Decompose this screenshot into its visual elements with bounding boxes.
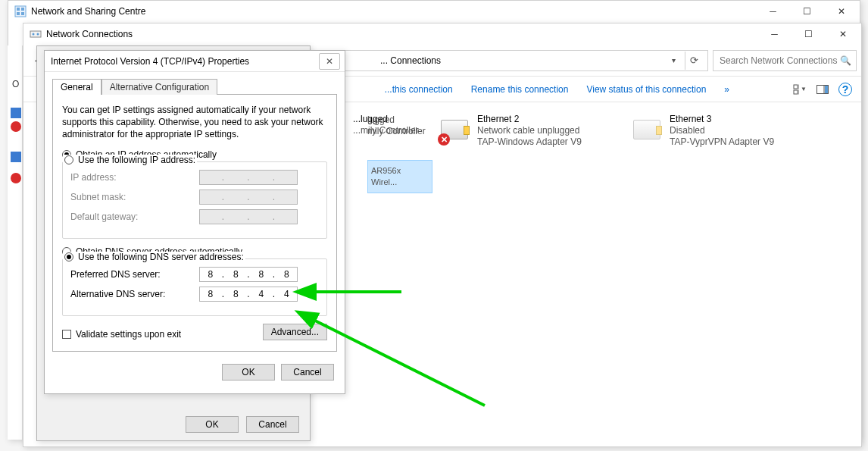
tab-panel-general: You can get IP settings assigned automat… [52, 94, 337, 352]
advanced-button[interactable]: Advanced... [263, 324, 327, 340]
maximize-button[interactable]: ☐ [792, 24, 826, 44]
connection-item-wifi-selected[interactable]: AR956x Wirel... [367, 160, 432, 193]
radio-icon [64, 155, 73, 164]
rename-connection-link[interactable]: Rename this connection [464, 77, 576, 102]
svg-point-7 [37, 33, 39, 36]
label-ip-address: IP address: [70, 172, 199, 183]
close-button[interactable]: ✕ [826, 24, 860, 44]
connection-item-ethernet3[interactable]: Ethernet 3 Disabled TAP-VyprVPN Adapter … [629, 110, 819, 152]
svg-rect-2 [21, 8, 24, 11]
connection-name: Ethernet 2 [477, 114, 582, 125]
input-alternative-dns[interactable]: 8. 8. 4. 4 [199, 287, 298, 302]
tab-strip: General Alternative Configuration [45, 72, 345, 94]
cancel-button[interactable]: Cancel [246, 416, 299, 433]
nic-icon [633, 114, 663, 144]
svg-rect-13 [794, 90, 798, 94]
preview-pane-icon [816, 85, 829, 94]
dialog-title: Internet Protocol Version 4 (TCP/IPv4) P… [51, 56, 249, 67]
svg-rect-1 [17, 8, 20, 11]
titlebar[interactable]: Internet Protocol Version 4 (TCP/IPv4) P… [45, 51, 345, 72]
search-icon[interactable]: 🔍 [840, 55, 851, 66]
svg-point-6 [33, 33, 35, 36]
help-icon: ? [838, 83, 852, 96]
input-subnet-mask: ... [199, 189, 298, 205]
obscured-sidebar-strip: O [8, 45, 23, 440]
connection-status: Network cable unplugged [477, 125, 582, 136]
svg-rect-3 [17, 12, 20, 15]
ipv4-properties-dialog: Internet Protocol Version 4 (TCP/IPv4) P… [44, 50, 345, 394]
titlebar[interactable]: Network Connections ─ ☐ ✕ [23, 23, 861, 45]
view-options-button[interactable]: ▼ [790, 80, 810, 99]
svg-rect-5 [30, 31, 41, 37]
obscured-icon [11, 121, 21, 132]
connection-status: Disabled [670, 125, 774, 136]
checkbox-icon [62, 330, 71, 339]
titlebar[interactable]: Network and Sharing Centre ─ ☐ ✕ [8, 1, 860, 22]
radio-icon [64, 252, 73, 262]
ok-button[interactable]: OK [186, 416, 239, 433]
tab-alternative-configuration[interactable]: Alternative Configuration [101, 79, 217, 95]
window-title: Network Connections [46, 29, 133, 39]
connection-status-partial: lugged [367, 114, 436, 126]
connection-item-ethernet-partial[interactable]: lugged mily Controller [367, 114, 436, 137]
view-icon [793, 84, 799, 95]
connection-name: Ethernet 3 [670, 114, 774, 125]
chevron-down-icon: ▼ [801, 86, 807, 92]
checkbox-validate-on-exit[interactable]: Validate settings upon exit [62, 329, 181, 340]
checkbox-label: Validate settings upon exit [76, 329, 181, 340]
nic-icon: ✕ [441, 114, 471, 144]
svg-rect-17 [825, 86, 828, 93]
connection-device: TAP-Windows Adapter V9 [477, 136, 582, 148]
close-button[interactable]: ✕ [319, 53, 340, 70]
radio-use-static-ip[interactable]: Use the following IP address: [63, 155, 197, 165]
connection-item-ethernet2[interactable]: ✕ Ethernet 2 Network cable unplugged TAP… [437, 110, 619, 152]
radio-use-static-dns[interactable]: Use the following DNS server addresses: [63, 252, 245, 262]
input-default-gateway: ... [199, 209, 298, 224]
description-text: You can get IP settings assigned automat… [62, 104, 327, 140]
label-subnet-mask: Subnet mask: [70, 192, 199, 202]
preview-pane-button[interactable] [813, 80, 832, 99]
label-default-gateway: Default gateway: [70, 211, 199, 222]
minimize-button[interactable]: ─ [756, 2, 790, 21]
svg-rect-4 [21, 12, 24, 15]
close-button[interactable]: ✕ [824, 2, 858, 21]
unplugged-icon: ✕ [438, 133, 450, 146]
refresh-button[interactable]: ⟳ [685, 52, 703, 70]
network-connections-icon [30, 28, 42, 40]
connection-device: TAP-VyprVPN Adapter V9 [670, 136, 774, 148]
breadcrumb: ... Connections [380, 55, 441, 66]
input-ip-address: ... [199, 170, 298, 185]
obscured-icon [11, 173, 21, 183]
connection-device-partial: mily Controller [367, 126, 436, 137]
label-preferred-dns: Preferred DNS server: [70, 269, 199, 280]
maximize-button[interactable]: ☐ [790, 2, 824, 21]
help-button[interactable]: ? [835, 80, 855, 99]
more-commands[interactable]: » [717, 77, 737, 102]
cancel-button[interactable]: Cancel [281, 364, 334, 381]
input-preferred-dns[interactable]: 8. 8. 8. 8 [199, 267, 298, 282]
tab-general[interactable]: General [52, 79, 101, 95]
ok-button[interactable]: OK [222, 364, 275, 381]
chevron-down-icon[interactable]: ▾ [672, 56, 676, 64]
connection-device-partial: AR956x Wirel... [371, 165, 426, 188]
view-status-link[interactable]: View status of this connection [579, 77, 713, 102]
obscured-text: O [12, 79, 19, 89]
svg-rect-11 [794, 85, 798, 89]
search-box[interactable]: 🔍 [713, 50, 857, 71]
diagnose-connection-link[interactable]: ...this connection [377, 77, 461, 102]
obscured-icon [11, 108, 21, 118]
obscured-icon [11, 152, 21, 162]
minimize-button[interactable]: ─ [757, 24, 792, 44]
radio-label: Use the following DNS server addresses: [78, 252, 244, 262]
control-panel-icon [14, 5, 27, 17]
search-input[interactable] [718, 55, 840, 67]
window-title: Network and Sharing Centre [31, 6, 145, 17]
label-alternative-dns: Alternative DNS server: [70, 289, 199, 299]
radio-label: Use the following IP address: [78, 155, 195, 165]
